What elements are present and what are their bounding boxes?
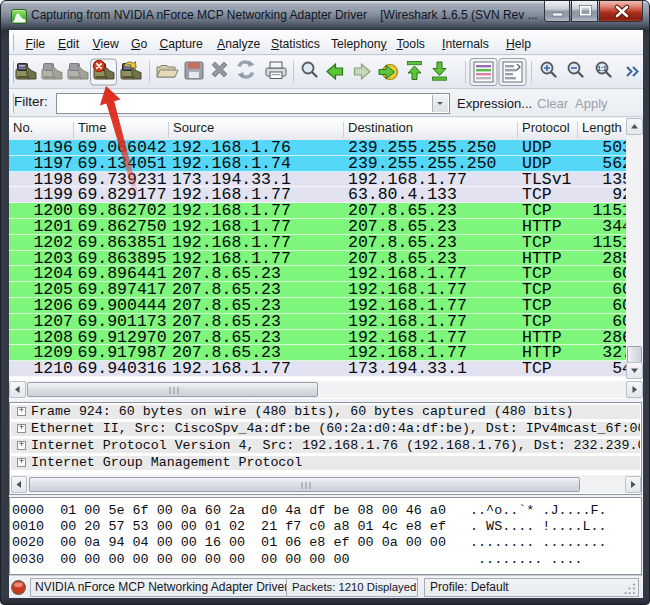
svg-text:1:1: 1:1 (597, 65, 607, 72)
